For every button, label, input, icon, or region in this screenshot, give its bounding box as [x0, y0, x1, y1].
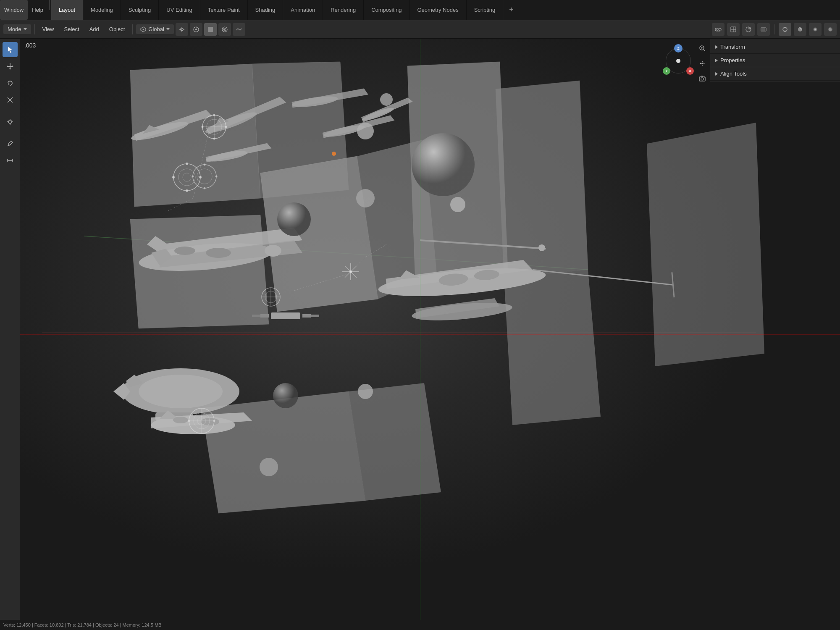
viewport-options-button[interactable]	[727, 23, 740, 36]
svg-rect-135	[260, 314, 269, 318]
select-tool-button[interactable]	[3, 42, 18, 57]
object-menu[interactable]: Object	[105, 24, 129, 34]
material-color-button[interactable]	[204, 23, 217, 36]
svg-point-171	[701, 78, 704, 80]
toolbar-sep-1	[34, 24, 35, 34]
mode-dropdown[interactable]: Mode	[3, 24, 31, 34]
solid-shading-button[interactable]	[794, 23, 806, 36]
svg-point-48	[206, 248, 231, 258]
select-menu[interactable]: Select	[60, 24, 83, 34]
svg-point-67	[201, 418, 219, 425]
properties-section-header[interactable]: Properties	[710, 54, 840, 67]
svg-point-88	[356, 189, 375, 207]
svg-line-154	[8, 100, 10, 102]
mode-dropdown-chevron	[24, 28, 27, 30]
tab-compositing[interactable]: Compositing	[364, 0, 410, 20]
svg-rect-136	[302, 314, 311, 318]
svg-marker-149	[12, 66, 13, 67]
svg-point-60	[139, 375, 223, 408]
tab-layout[interactable]: Layout	[51, 0, 83, 20]
camera-icon	[699, 75, 706, 82]
vr-button[interactable]	[712, 23, 724, 36]
zoom-fit-icon	[699, 45, 706, 52]
window-menu[interactable]: Window	[0, 0, 28, 20]
measure-tool-button[interactable]	[3, 153, 18, 168]
camera-button[interactable]	[696, 72, 709, 85]
svg-point-24	[783, 27, 787, 32]
scale-tool-button[interactable]	[3, 92, 18, 108]
add-menu[interactable]: Add	[85, 24, 103, 34]
svg-point-98	[225, 126, 227, 128]
top-menu-bar: Window Help Layout Modeling Sculpting UV…	[0, 0, 840, 20]
overlay-button[interactable]	[742, 23, 755, 36]
tab-uv-editing[interactable]: UV Editing	[159, 0, 200, 20]
gizmo-y-axis[interactable]: Y	[663, 67, 670, 75]
svg-point-16	[717, 29, 718, 30]
solid-icon	[797, 26, 803, 33]
help-menu[interactable]: Help	[28, 0, 47, 20]
rotate-icon	[6, 79, 14, 87]
svg-rect-134	[271, 312, 300, 319]
gizmo-x-axis[interactable]: X	[686, 67, 694, 75]
zoom-fit-button[interactable]	[696, 42, 709, 55]
rotate-tool-button[interactable]	[3, 76, 18, 91]
svg-point-14	[224, 29, 225, 30]
tab-geometry-nodes[interactable]: Geometry Nodes	[410, 0, 466, 20]
add-workspace-button[interactable]: +	[503, 0, 520, 20]
move-tool-button[interactable]	[3, 59, 18, 74]
toolbar-right-group	[712, 23, 837, 36]
svg-rect-138	[311, 315, 319, 317]
proportional-editing-button[interactable]	[218, 23, 231, 36]
align-tools-section-header[interactable]: Align Tools	[710, 67, 840, 80]
tab-shading[interactable]: Shading	[248, 0, 284, 20]
annotate-tool-button[interactable]	[3, 136, 18, 151]
svg-point-114	[204, 164, 206, 166]
snap-button[interactable]	[190, 23, 202, 36]
svg-marker-146	[9, 63, 11, 64]
svg-point-50	[265, 245, 281, 257]
svg-point-80	[412, 133, 475, 196]
tab-sculpting[interactable]: Sculpting	[121, 0, 159, 20]
transform-section-header[interactable]: Transform	[710, 40, 840, 53]
svg-marker-143	[8, 47, 12, 53]
svg-point-82	[357, 123, 374, 139]
menu-separator	[49, 0, 50, 10]
properties-chevron	[715, 59, 718, 62]
gizmo-z-axis[interactable]: Z	[674, 44, 682, 52]
svg-point-1	[143, 29, 144, 30]
xray-button[interactable]	[757, 23, 770, 36]
right-tools-panel	[695, 39, 710, 88]
snap-icon	[193, 26, 200, 33]
falloff-button[interactable]	[233, 23, 245, 36]
viewport-options-icon	[730, 26, 737, 33]
svg-point-108	[186, 163, 188, 165]
viewport-gizmo[interactable]: Z Y X	[659, 42, 697, 80]
align-tools-chevron	[715, 72, 718, 76]
svg-marker-42	[647, 123, 764, 366]
tab-texture-paint[interactable]: Texture Paint	[200, 0, 248, 20]
svg-point-140	[538, 244, 545, 251]
svg-point-156	[8, 120, 12, 123]
transform-tool-button[interactable]	[3, 114, 18, 129]
pan-button[interactable]	[696, 57, 709, 70]
svg-point-130	[349, 270, 352, 273]
view-menu[interactable]: View	[38, 24, 58, 34]
tab-modeling[interactable]: Modeling	[83, 0, 121, 20]
svg-line-155	[10, 100, 13, 102]
tab-rendering[interactable]: Rendering	[323, 0, 364, 20]
wireframe-shading-button[interactable]	[779, 23, 791, 36]
svg-marker-148	[7, 66, 8, 67]
rendered-shading-button[interactable]	[824, 23, 837, 36]
toolbar-sep-3	[774, 24, 774, 34]
transform-section: Transform	[710, 40, 840, 54]
viewport[interactable]: .003 Z Y X	[0, 39, 840, 630]
tab-scripting[interactable]: Scripting	[467, 0, 504, 20]
material-shading-button[interactable]	[809, 23, 822, 36]
rendered-icon	[827, 26, 834, 33]
transform-space-dropdown[interactable]: Global	[136, 24, 174, 34]
svg-rect-11	[208, 27, 213, 32]
tab-animation[interactable]: Animation	[283, 0, 323, 20]
align-tools-section: Align Tools	[710, 67, 840, 81]
svg-point-101	[213, 114, 215, 116]
pivot-point-button[interactable]	[176, 23, 188, 36]
